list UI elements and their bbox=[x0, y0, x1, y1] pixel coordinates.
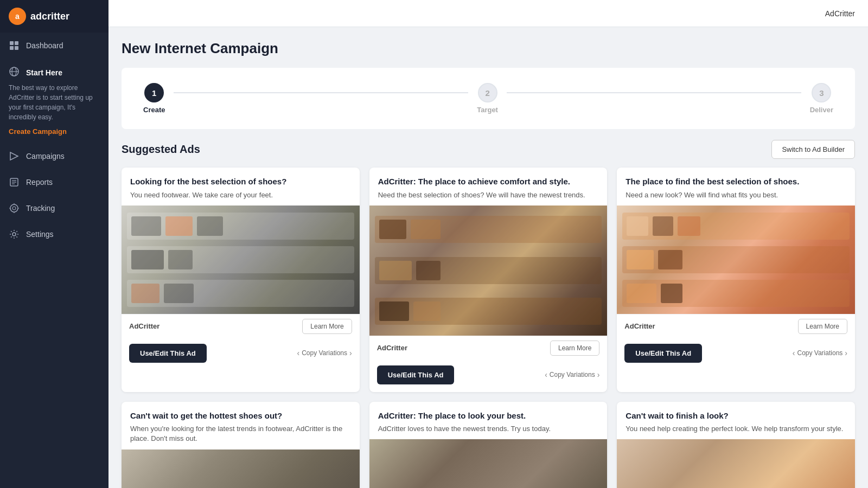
step-create: 1 Create bbox=[143, 83, 165, 114]
chevron-right-icon: › bbox=[349, 349, 352, 357]
ad-card-2: AdCritter: The place to achieve comfort … bbox=[369, 168, 608, 392]
page-title: New Internet Campaign bbox=[122, 40, 855, 57]
ad-card-3-use-edit-button[interactable]: Use/Edit This Ad bbox=[624, 344, 702, 363]
ad-card-1-learn-more-button[interactable]: Learn More bbox=[302, 319, 352, 334]
shoe-shelf-3 bbox=[617, 206, 855, 314]
ad-card-2-copy-variations[interactable]: ‹ Copy Variations › bbox=[545, 370, 599, 379]
suggested-ads-header: Suggested Ads Switch to Ad Builder bbox=[122, 140, 855, 159]
ad-card-4-desc: When you're looking for the latest trend… bbox=[130, 424, 351, 444]
ad-card-2-footer: AdCritter Learn More bbox=[369, 336, 608, 360]
sidebar-item-start-here[interactable]: Start Here bbox=[9, 66, 100, 83]
shelf-row bbox=[127, 213, 354, 240]
tracking-icon bbox=[9, 203, 20, 214]
ad-card-1-body: Looking for the best selection of shoes?… bbox=[122, 168, 360, 206]
ad-card-4-title: Can't wait to get the hottest shoes out? bbox=[130, 410, 351, 421]
sidebar: a adcritter Dashboard Start Here bbox=[0, 0, 108, 488]
ad-card-3-body: The place to find the best selection of … bbox=[617, 168, 855, 206]
shoe-block bbox=[678, 216, 700, 236]
shelf-row bbox=[375, 298, 602, 325]
ad-card-5: AdCritter: The place to look your best. … bbox=[369, 402, 608, 488]
ad-card-4-body: Can't wait to get the hottest shoes out?… bbox=[122, 402, 360, 450]
campaigns-icon bbox=[9, 151, 20, 162]
shoe-block bbox=[627, 216, 648, 236]
ad-card-3-brand: AdCritter bbox=[624, 322, 655, 330]
user-name: AdCritter bbox=[825, 9, 855, 18]
ad-card-1-use-edit-button[interactable]: Use/Edit This Ad bbox=[129, 344, 207, 363]
chevron-left-icon: ‹ bbox=[297, 349, 299, 357]
chevron-right-icon: › bbox=[597, 370, 600, 379]
ad-card-5-body: AdCritter: The place to look your best. … bbox=[369, 402, 608, 440]
ad-card-1: Looking for the best selection of shoes?… bbox=[122, 168, 360, 392]
sidebar-campaigns-label: Campaigns bbox=[26, 152, 65, 160]
shoe-block bbox=[131, 250, 164, 269]
ad-card-2-use-edit-button[interactable]: Use/Edit This Ad bbox=[377, 365, 455, 384]
start-here-section: Start Here The best way to explore AdCri… bbox=[0, 59, 108, 143]
ad-card-2-image bbox=[369, 206, 608, 336]
svg-rect-2 bbox=[10, 46, 14, 50]
step-line-2 bbox=[507, 92, 801, 93]
start-here-description: The best way to explore AdCritter is to … bbox=[9, 83, 100, 127]
shelf-row bbox=[622, 246, 850, 273]
sidebar-item-dashboard[interactable]: Dashboard bbox=[0, 33, 108, 59]
shoe-block bbox=[653, 216, 673, 236]
ad-card-2-desc: Need the best selection of shoes? We wil… bbox=[378, 190, 599, 200]
shoe-block bbox=[131, 216, 161, 236]
shoe-block bbox=[658, 250, 682, 269]
svg-point-18 bbox=[12, 233, 16, 236]
shoe-block bbox=[411, 220, 441, 239]
ad-card-4: Can't wait to get the hottest shoes out?… bbox=[122, 402, 360, 488]
step-target: 2 Target bbox=[477, 83, 498, 114]
stepper: 1 Create 2 Target 3 Deliver bbox=[143, 83, 833, 114]
shoe-block bbox=[197, 216, 223, 236]
ad-card-1-copy-variations[interactable]: ‹ Copy Variations › bbox=[297, 349, 352, 357]
ad-card-6-body: Can't wait to finish a look? You need he… bbox=[617, 402, 855, 440]
main-content: AdCritter New Internet Campaign 1 Create… bbox=[108, 0, 868, 488]
ad-card-2-learn-more-button[interactable]: Learn More bbox=[550, 341, 599, 356]
shoe-block bbox=[379, 301, 409, 321]
switch-to-ad-builder-button[interactable]: Switch to Ad Builder bbox=[771, 140, 855, 159]
shoe-block bbox=[164, 284, 194, 303]
chevron-left-icon: ‹ bbox=[793, 349, 795, 357]
ad-card-2-brand: AdCritter bbox=[377, 344, 407, 352]
sidebar-item-campaigns[interactable]: Campaigns bbox=[0, 143, 108, 169]
ad-card-6-image bbox=[617, 439, 855, 488]
shelf-row bbox=[622, 213, 850, 240]
ad-card-1-image bbox=[122, 206, 360, 314]
logo-text: adcritter bbox=[30, 11, 69, 22]
ad-card-2-body: AdCritter: The place to achieve comfort … bbox=[369, 168, 608, 206]
step-1-label: Create bbox=[143, 106, 165, 114]
ad-card-4-image bbox=[122, 450, 360, 488]
reports-icon bbox=[9, 177, 20, 188]
shoe-block bbox=[379, 220, 406, 239]
shoe-block bbox=[131, 284, 159, 303]
sidebar-item-tracking[interactable]: Tracking bbox=[0, 195, 108, 221]
ad-card-1-title: Looking for the best selection of shoes? bbox=[130, 176, 351, 187]
shoe-block bbox=[627, 284, 656, 303]
ad-card-2-title: AdCritter: The place to achieve comfort … bbox=[378, 176, 599, 187]
ad-card-6-desc: You need help creating the perfect look.… bbox=[626, 424, 846, 434]
step-3-label: Deliver bbox=[810, 106, 833, 114]
ad-card-1-desc: You need footwear. We take care of your … bbox=[130, 190, 351, 200]
chevron-left-icon: ‹ bbox=[545, 370, 547, 379]
top-bar: AdCritter bbox=[108, 0, 868, 27]
svg-marker-7 bbox=[10, 152, 18, 160]
create-campaign-link[interactable]: Create Campaign bbox=[9, 127, 100, 143]
shoe-block bbox=[165, 216, 193, 236]
ad-card-3-copy-variations[interactable]: ‹ Copy Variations › bbox=[793, 349, 847, 357]
sidebar-item-reports[interactable]: Reports bbox=[0, 169, 108, 195]
shoe-block bbox=[661, 284, 682, 303]
ad-card-3: The place to find the best selection of … bbox=[617, 168, 855, 392]
ad-card-6: Can't wait to finish a look? You need he… bbox=[617, 402, 855, 488]
suggested-ads-title: Suggested Ads bbox=[122, 143, 200, 156]
ad-card-5-image bbox=[369, 439, 608, 488]
sidebar-item-settings[interactable]: Settings bbox=[0, 221, 108, 247]
shoe-block bbox=[168, 250, 193, 269]
step-1-circle: 1 bbox=[144, 83, 164, 102]
shelf-row bbox=[375, 216, 602, 243]
step-line-1 bbox=[174, 92, 468, 93]
sidebar-settings-label: Settings bbox=[26, 230, 54, 239]
ad-card-3-learn-more-button[interactable]: Learn More bbox=[798, 319, 847, 334]
step-deliver: 3 Deliver bbox=[810, 83, 833, 114]
sidebar-dashboard-label: Dashboard bbox=[26, 41, 63, 50]
ad-card-3-footer: AdCritter Learn More bbox=[617, 314, 855, 338]
